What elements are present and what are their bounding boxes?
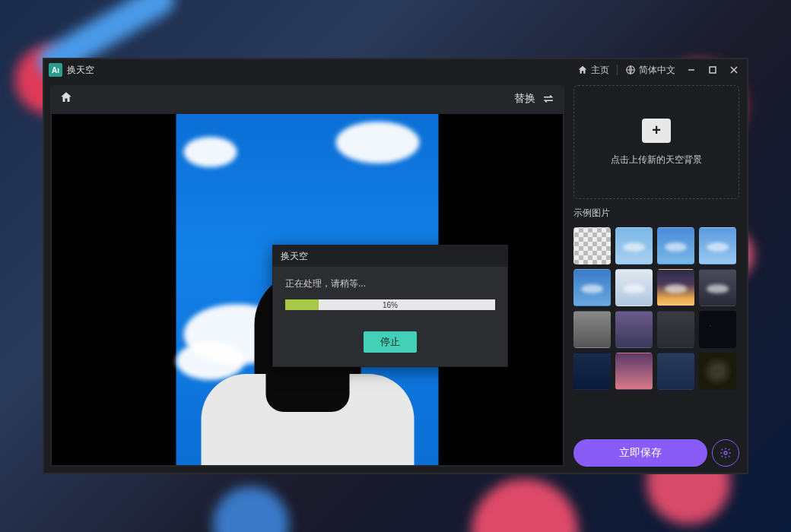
sky-thumb-sunset[interactable] xyxy=(657,269,694,306)
app-window: Aι 换天空 主页 简体中文 xyxy=(43,58,748,474)
upload-hint: 点击上传新的天空背景 xyxy=(611,154,702,166)
dialog-status: 正在处理，请稍等... xyxy=(285,277,495,290)
save-button[interactable]: 立即保存 xyxy=(573,439,707,467)
upload-zone[interactable]: + 点击上传新的天空背景 xyxy=(573,85,739,199)
app-logo-icon: Aι xyxy=(49,63,62,77)
plus-icon: + xyxy=(642,119,671,143)
canvas-home-button[interactable] xyxy=(59,90,73,107)
samples-grid[interactable] xyxy=(573,227,739,429)
sky-thumb-moon[interactable] xyxy=(573,353,611,390)
dialog-title: 换天空 xyxy=(273,245,507,267)
samples-heading: 示例图片 xyxy=(573,207,739,220)
canvas-panel: 替换 xyxy=(44,81,570,473)
sky-thumb-dusk-pink[interactable] xyxy=(615,353,653,390)
side-panel: + 点击上传新的天空背景 示例图片 立即保存 xyxy=(570,81,747,473)
app-title: 换天空 xyxy=(67,64,94,77)
close-button[interactable] xyxy=(726,62,742,78)
sky-thumb-clouds-2[interactable] xyxy=(657,227,694,264)
sky-thumb-night-clouds[interactable] xyxy=(657,353,694,390)
sky-thumb-clouds-1[interactable] xyxy=(615,227,653,264)
stop-button[interactable]: 停止 xyxy=(364,331,417,353)
sky-thumb-purple[interactable] xyxy=(615,311,653,348)
sky-thumb-gray-2[interactable] xyxy=(657,311,694,348)
sky-thumb-eclipse[interactable] xyxy=(699,353,736,390)
home-link[interactable]: 主页 xyxy=(574,64,612,77)
gear-icon xyxy=(720,447,732,459)
home-icon xyxy=(59,90,73,104)
sky-thumb-storm[interactable] xyxy=(699,269,736,306)
progress-percent: 16% xyxy=(285,299,495,310)
sky-thumb-stars[interactable] xyxy=(699,311,736,348)
sky-thumb-fluffy[interactable] xyxy=(615,269,653,306)
globe-icon xyxy=(625,65,636,75)
svg-rect-1 xyxy=(710,67,716,73)
save-options-button[interactable] xyxy=(712,439,739,467)
home-icon xyxy=(577,65,588,75)
replace-button[interactable]: 替换 xyxy=(514,92,555,106)
minimize-button[interactable] xyxy=(683,62,700,78)
sky-thumb-gray-1[interactable] xyxy=(573,311,611,348)
canvas-toolbar: 替换 xyxy=(50,85,564,112)
sky-thumb-transparent[interactable] xyxy=(573,227,611,264)
sky-thumb-sky-1[interactable] xyxy=(573,269,611,306)
progress-bar: 16% xyxy=(285,299,495,310)
language-selector[interactable]: 简体中文 xyxy=(622,64,678,77)
sky-thumb-clouds-3[interactable] xyxy=(699,227,736,264)
progress-dialog: 换天空 正在处理，请稍等... 16% 停止 xyxy=(272,245,508,367)
home-label: 主页 xyxy=(591,64,609,77)
svg-point-2 xyxy=(724,451,727,454)
swap-icon xyxy=(542,92,555,106)
canvas-area[interactable]: 换天空 正在处理，请稍等... 16% 停止 xyxy=(50,112,564,467)
maximize-button[interactable] xyxy=(704,62,721,78)
titlebar: Aι 换天空 主页 简体中文 xyxy=(44,59,747,81)
language-label: 简体中文 xyxy=(639,64,675,77)
replace-label: 替换 xyxy=(514,92,535,106)
